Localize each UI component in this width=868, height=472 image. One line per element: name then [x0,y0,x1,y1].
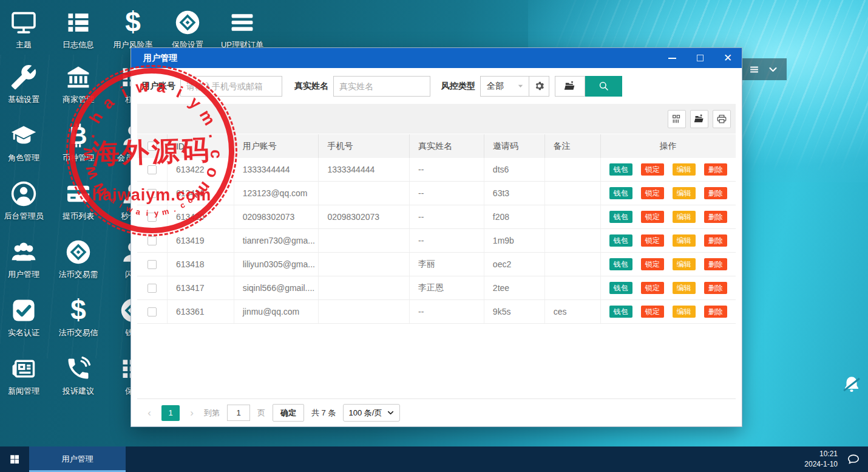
delete-button[interactable]: 删除 [704,258,727,270]
desktop-icon[interactable]: 保险设置 [160,9,215,50]
wallet-button[interactable]: 钱包 [609,187,632,199]
notification-bubble-icon[interactable] [846,453,861,466]
edit-button[interactable]: 编辑 [673,258,696,270]
delete-button[interactable]: 删除 [704,306,727,318]
delete-button[interactable]: 删除 [704,234,727,247]
goto-page-input[interactable] [227,405,250,421]
cell-account: jinmu@qq.com [234,300,319,323]
menu-icon[interactable] [749,64,759,75]
column-header-realname: 真实姓名 [410,134,484,158]
desktop-icon[interactable]: 基础设置 [0,63,51,121]
row-checkbox[interactable] [147,189,157,198]
start-button[interactable] [0,446,29,472]
realname-input[interactable] [333,76,430,97]
wallet-button[interactable]: 钱包 [609,163,632,176]
desktop-icon[interactable]: 新闻管理 [0,355,51,413]
wallet-button[interactable]: 钱包 [609,234,632,247]
desktop-icon[interactable]: 提币列表 [51,180,106,238]
desktop-icon[interactable]: 投诉建议 [51,355,106,413]
delete-button[interactable]: 删除 [704,187,727,199]
cell-id: 613361 [168,300,234,323]
bell-muted-icon[interactable] [841,374,862,395]
cell-actions: 钱包锁定编辑删除 [601,276,736,299]
desktop-icon[interactable]: 法币交易需 [51,238,106,296]
edit-button[interactable]: 编辑 [673,211,696,223]
risk-type-select[interactable]: 全部 [480,76,529,97]
table-header: ID 用户账号 手机号 真实姓名 邀请码 备注 操作 [137,134,736,158]
prev-page-button[interactable]: ‹ [144,407,154,419]
risk-type-label: 风控类型 [441,81,475,92]
desktop-icon[interactable]: 角色管理 [0,121,51,180]
desktop-icon[interactable]: 商家管理 [51,63,106,121]
row-checkbox[interactable] [147,260,157,269]
advanced-settings-button[interactable] [529,76,549,97]
lock-button[interactable]: 锁定 [641,258,664,270]
row-checkbox[interactable] [147,236,157,245]
cell-id: 613422 [168,158,234,181]
cell-account: liliyun0305@gma... [234,253,319,276]
desktop-icon[interactable]: 日志信息 [51,9,106,50]
window-titlebar[interactable]: 用户管理 ✕ [131,48,742,68]
cell-actions: 钱包锁定编辑删除 [601,182,736,205]
column-header-account: 用户账号 [234,134,319,158]
close-button[interactable]: ✕ [714,48,742,68]
row-checkbox[interactable] [147,307,157,316]
cell-id: 613420 [168,205,234,228]
wallet-button[interactable]: 钱包 [609,211,632,223]
delete-button[interactable]: 删除 [704,282,727,294]
gear-icon [534,80,545,92]
cell-invite: 1m9b [484,229,545,252]
row-checkbox[interactable] [147,165,157,174]
page-size-select[interactable]: 100 条/页 [343,404,400,422]
chevron-down-icon [387,409,395,417]
lock-button[interactable]: 锁定 [641,282,664,294]
wallet-button[interactable]: 钱包 [609,282,632,294]
taskbar-item-user-management[interactable]: 用户管理 [29,446,126,472]
lock-button[interactable]: 锁定 [641,306,664,318]
wallet-button[interactable]: 钱包 [609,306,632,318]
current-page-button[interactable]: 1 [161,405,180,421]
desktop-icon[interactable]: 主题 [0,9,51,50]
next-page-button[interactable]: › [187,407,197,419]
lock-button[interactable]: 锁定 [641,187,664,199]
print-button[interactable] [713,110,731,128]
account-input[interactable] [180,76,282,97]
monitor-icon [10,9,38,36]
edit-button[interactable]: 编辑 [673,163,696,176]
edit-button[interactable]: 编辑 [673,306,696,318]
table-row: 613417 siqinl566@gmail.... 李正恩 2tee 钱包锁定… [137,276,736,300]
chevron-down-icon[interactable] [768,64,778,75]
lock-button[interactable]: 锁定 [641,163,664,176]
lock-button[interactable]: 锁定 [641,211,664,223]
row-checkbox[interactable] [147,284,157,293]
desktop-icon[interactable]: 实名认证 [0,296,51,355]
delete-button[interactable]: 删除 [704,211,727,223]
export-button[interactable] [690,110,708,128]
desktop-icon[interactable]: $ 法币交易信 [51,296,106,355]
edit-button[interactable]: 编辑 [673,234,696,247]
search-button[interactable] [585,76,622,97]
select-all-checkbox[interactable] [147,142,157,151]
cell-phone [319,276,410,299]
desktop-icon[interactable]: UP理财订单 [215,9,270,50]
edit-button[interactable]: 编辑 [673,187,696,199]
desktop-icon-label: 法币交易信 [59,327,98,338]
columns-button[interactable] [668,110,686,128]
cell-account: 123123@qq.com [234,182,319,205]
desktop-icon[interactable]: $ 用户风险率 [106,9,160,50]
export-reset-button[interactable] [555,76,585,97]
taskbar-clock[interactable]: 10:21 2024-1-10 [804,449,838,470]
edit-button[interactable]: 编辑 [673,282,696,294]
confirm-page-button[interactable]: 确定 [273,404,304,422]
desktop-icon[interactable]: 用户管理 [0,238,51,296]
delete-button[interactable]: 删除 [704,163,727,176]
desktop-icon[interactable]: B 币种管理 [51,121,106,180]
cell-actions: 钱包锁定编辑删除 [601,229,736,252]
lock-button[interactable]: 锁定 [641,234,664,247]
row-checkbox[interactable] [147,213,157,222]
desktop-icon[interactable]: 后台管理员 [0,180,51,238]
wallet-button[interactable]: 钱包 [609,258,632,270]
maximize-button[interactable] [686,48,714,68]
search-icon [598,80,609,92]
minimize-button[interactable] [658,48,686,68]
